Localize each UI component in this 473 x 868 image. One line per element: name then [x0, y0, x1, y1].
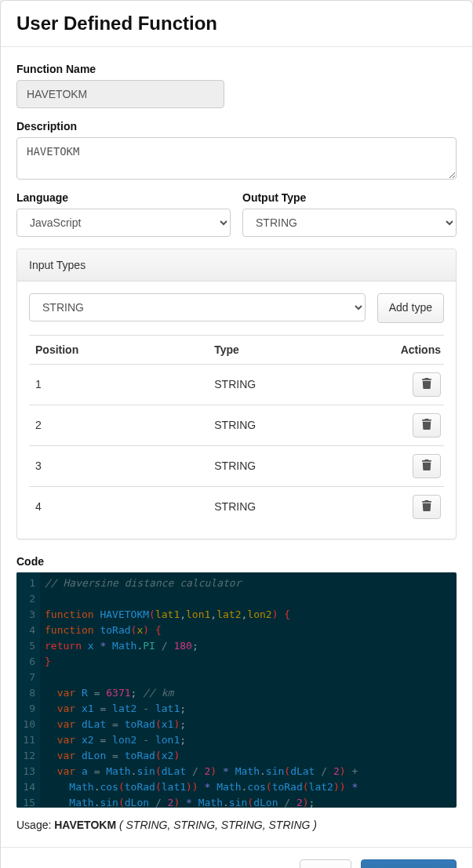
close-button[interactable]: Close: [300, 859, 351, 868]
line-number: 8: [20, 685, 35, 701]
line-number: 10: [20, 717, 35, 732]
usage-args: ( STRING, STRING, STRING, STRING ): [119, 819, 317, 831]
save-changes-button[interactable]: Save Changes: [361, 859, 457, 868]
table-row: 1STRING: [29, 364, 444, 405]
table-row: 4STRING: [29, 486, 444, 527]
code-line: var x1 = lat2 - lat1;: [45, 701, 452, 717]
language-select[interactable]: JavaScript: [16, 209, 231, 237]
line-number: 15: [20, 795, 35, 808]
code-line: var a = Math.sin(dLat / 2) * Math.sin(dL…: [45, 764, 452, 779]
code-line: [45, 591, 452, 607]
udf-modal: User Defined Function Function Name Desc…: [0, 0, 473, 868]
cell-type: STRING: [208, 364, 381, 405]
code-line: }: [45, 654, 452, 670]
code-line: Math.cos(toRad(lat1)) * Math.cos(toRad(l…: [45, 779, 452, 795]
code-line: [45, 670, 452, 685]
line-number: 7: [20, 670, 35, 685]
line-number: 14: [20, 779, 35, 795]
code-line: var dLon = toRad(x2): [45, 748, 452, 764]
table-row: 3STRING: [29, 445, 444, 486]
modal-body: Function Name Description HAVETOKM Langu…: [1, 47, 472, 847]
modal-header: User Defined Function: [1, 1, 472, 47]
code-line: var dLat = toRad(x1);: [45, 717, 452, 732]
usage-prefix: Usage:: [16, 819, 54, 831]
delete-type-button[interactable]: [413, 454, 441, 478]
line-number: 4: [20, 623, 35, 638]
cell-position: 3: [29, 445, 208, 486]
output-type-select[interactable]: STRING: [242, 209, 457, 237]
line-number: 3: [20, 607, 35, 623]
line-number: 13: [20, 764, 35, 779]
usage-line: Usage: HAVETOKM ( STRING, STRING, STRING…: [16, 819, 457, 831]
trash-icon: [421, 419, 432, 432]
trash-icon: [421, 500, 432, 514]
code-line: function toRad(x) {: [45, 623, 452, 638]
cell-type: STRING: [208, 486, 381, 527]
description-textarea[interactable]: HAVETOKM: [16, 137, 457, 180]
trash-icon: [421, 459, 432, 473]
code-editor[interactable]: 123456789101112131415 // Haversine dista…: [16, 572, 457, 808]
modal-title: User Defined Function: [16, 13, 457, 35]
table-row: 2STRING: [29, 405, 444, 445]
code-line: var R = 6371; // km: [45, 685, 452, 701]
code-line: function HAVETOKM(lat1,lon1,lat2,lon2) {: [45, 607, 452, 623]
language-label: Language: [16, 191, 231, 204]
col-actions: Actions: [381, 335, 444, 364]
delete-type-button[interactable]: [413, 413, 441, 438]
description-label: Description: [16, 120, 457, 133]
modal-footer: Close Save Changes: [1, 847, 472, 868]
code-line: var x2 = lon2 - lon1;: [45, 732, 452, 748]
delete-type-button[interactable]: [413, 495, 441, 519]
usage-fn: HAVETOKM: [54, 819, 116, 831]
code-label: Code: [16, 555, 457, 568]
input-types-heading: Input Types: [17, 249, 456, 281]
code-gutter: 123456789101112131415: [16, 572, 40, 808]
line-number: 11: [20, 732, 35, 748]
cell-position: 4: [29, 486, 208, 527]
cell-type: STRING: [208, 445, 381, 486]
cell-type: STRING: [208, 405, 381, 445]
col-type: Type: [208, 335, 381, 364]
line-number: 12: [20, 748, 35, 764]
line-number: 1: [20, 576, 35, 591]
code-line: Math.sin(dLon / 2) * Math.sin(dLon / 2);: [45, 795, 452, 808]
code-lines[interactable]: // Haversine distance calculator functio…: [40, 572, 457, 808]
col-position: Position: [29, 335, 208, 364]
function-name-label: Function Name: [16, 63, 457, 75]
output-type-label: Output Type: [242, 191, 457, 204]
input-types-table: Position Type Actions 1STRING2STRING3STR…: [29, 335, 444, 527]
code-line: return x * Math.PI / 180;: [45, 638, 452, 654]
add-type-button[interactable]: Add type: [377, 293, 444, 323]
line-number: 9: [20, 701, 35, 717]
line-number: 5: [20, 638, 35, 654]
code-line: // Haversine distance calculator: [45, 576, 452, 591]
function-name-input: [16, 80, 224, 108]
input-types-panel: Input Types STRING Add type Position Typ…: [16, 249, 457, 539]
line-number: 2: [20, 591, 35, 607]
line-number: 6: [20, 654, 35, 670]
new-type-select[interactable]: STRING: [29, 293, 366, 321]
cell-position: 1: [29, 364, 208, 405]
cell-position: 2: [29, 405, 208, 445]
delete-type-button[interactable]: [413, 372, 441, 397]
trash-icon: [421, 378, 432, 391]
